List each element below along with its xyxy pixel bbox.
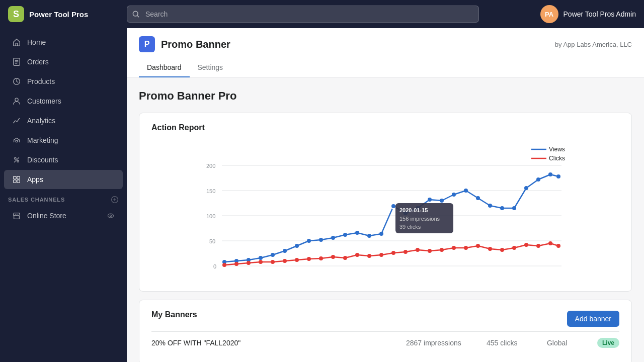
sidebar-item-products-label: Products bbox=[27, 77, 55, 85]
sidebar-item-home[interactable]: Home bbox=[4, 33, 123, 52]
svg-text:10: 10 bbox=[453, 270, 459, 271]
svg-point-101 bbox=[452, 246, 456, 250]
svg-text:156 impressions: 156 impressions bbox=[399, 216, 440, 222]
search-input[interactable] bbox=[127, 6, 479, 23]
main-content: P Promo Banner by App Labs America, LLC … bbox=[127, 28, 644, 362]
svg-text:5: 5 bbox=[513, 270, 516, 271]
svg-point-94 bbox=[367, 254, 371, 258]
svg-point-87 bbox=[283, 259, 287, 263]
svg-text:8: 8 bbox=[476, 270, 479, 271]
svg-point-66 bbox=[379, 232, 383, 236]
svg-text:13: 13 bbox=[417, 270, 423, 271]
svg-text:18: 18 bbox=[356, 270, 362, 271]
svg-point-6 bbox=[17, 160, 19, 162]
svg-point-90 bbox=[319, 256, 323, 260]
svg-text:150: 150 bbox=[206, 188, 215, 194]
svg-point-98 bbox=[416, 248, 420, 252]
sidebar-item-analytics[interactable]: Analytics bbox=[4, 111, 123, 130]
svg-text:9: 9 bbox=[464, 270, 467, 271]
svg-rect-8 bbox=[17, 176, 20, 179]
svg-point-91 bbox=[331, 255, 335, 259]
app-title: Promo Banner bbox=[161, 39, 230, 50]
analytics-icon bbox=[12, 116, 21, 125]
svg-point-3 bbox=[15, 98, 18, 101]
sidebar-item-customers[interactable]: Customers bbox=[4, 92, 123, 111]
svg-point-102 bbox=[464, 246, 468, 250]
svg-text:17: 17 bbox=[368, 270, 374, 271]
banner-row: 20% OFF WITH "FALL2020" 2867 impressions… bbox=[151, 331, 619, 354]
svg-text:4: 4 bbox=[525, 270, 528, 271]
svg-point-106 bbox=[512, 246, 516, 250]
svg-text:100: 100 bbox=[206, 213, 215, 219]
svg-point-74 bbox=[476, 196, 480, 200]
svg-point-76 bbox=[500, 206, 504, 210]
svg-point-84 bbox=[247, 261, 251, 265]
sidebar-item-marketing[interactable]: Marketing bbox=[4, 131, 123, 150]
svg-text:6: 6 bbox=[501, 270, 504, 271]
svg-text:22: 22 bbox=[308, 270, 314, 271]
svg-point-61 bbox=[319, 238, 323, 242]
svg-text:27: 27 bbox=[248, 270, 254, 271]
svg-text:24: 24 bbox=[284, 270, 290, 271]
sidebar-item-apps[interactable]: Apps bbox=[4, 170, 123, 189]
store-icon bbox=[12, 211, 21, 220]
svg-point-56 bbox=[259, 256, 263, 260]
svg-point-108 bbox=[536, 244, 540, 248]
svg-point-58 bbox=[283, 249, 287, 253]
svg-text:Views: Views bbox=[549, 146, 565, 153]
sidebar-item-apps-label: Apps bbox=[27, 175, 43, 184]
tab-dashboard[interactable]: Dashboard bbox=[139, 58, 190, 77]
svg-text:16: 16 bbox=[380, 270, 386, 271]
svg-point-96 bbox=[391, 251, 395, 255]
banners-section-title: My Banners bbox=[151, 310, 197, 319]
orders-icon bbox=[12, 57, 21, 66]
svg-text:25: 25 bbox=[272, 270, 278, 271]
svg-text:19: 19 bbox=[344, 270, 350, 271]
brand-name: Power Tool Pros bbox=[29, 10, 88, 19]
svg-point-81 bbox=[556, 174, 560, 178]
sidebar-item-analytics-label: Analytics bbox=[27, 117, 55, 125]
marketing-icon bbox=[12, 136, 21, 145]
svg-point-77 bbox=[512, 206, 516, 210]
svg-rect-10 bbox=[17, 180, 20, 183]
sidebar-item-orders[interactable]: Orders bbox=[4, 52, 123, 71]
svg-point-78 bbox=[524, 186, 528, 190]
svg-point-80 bbox=[548, 172, 552, 176]
sidebar-item-online-store[interactable]: Online Store bbox=[4, 206, 123, 225]
svg-text:26: 26 bbox=[260, 270, 266, 271]
svg-rect-9 bbox=[14, 180, 16, 183]
svg-point-72 bbox=[452, 193, 456, 197]
svg-point-107 bbox=[524, 243, 528, 247]
svg-point-75 bbox=[488, 204, 492, 208]
sidebar-item-discounts[interactable]: Discounts bbox=[4, 150, 123, 169]
svg-point-67 bbox=[391, 204, 396, 209]
chart-container: 0 50 100 150 200 29 28 bbox=[151, 140, 619, 281]
app-publisher: by App Labs America, LLC bbox=[555, 41, 632, 48]
svg-text:29: 29 bbox=[223, 270, 229, 271]
svg-text:7: 7 bbox=[489, 270, 492, 271]
svg-point-64 bbox=[355, 231, 359, 235]
sidebar-item-products[interactable]: Products bbox=[4, 72, 123, 91]
svg-point-73 bbox=[464, 189, 468, 193]
sidebar: Home Orders Products Customers bbox=[0, 28, 127, 362]
svg-point-100 bbox=[440, 248, 444, 252]
add-banner-button[interactable]: Add banner bbox=[567, 311, 619, 327]
search-icon bbox=[132, 10, 140, 18]
search-bar bbox=[127, 6, 479, 23]
svg-text:12: 12 bbox=[429, 270, 435, 271]
tab-settings[interactable]: Settings bbox=[190, 58, 231, 77]
username: Power Tool Pros Admin bbox=[564, 10, 636, 18]
apps-icon bbox=[12, 175, 21, 184]
banner-impressions: 2867 impressions bbox=[406, 339, 476, 347]
svg-rect-4 bbox=[16, 140, 18, 142]
chart-svg: 0 50 100 150 200 29 28 bbox=[151, 140, 619, 271]
customers-icon bbox=[12, 97, 21, 106]
svg-point-71 bbox=[440, 199, 444, 203]
action-report-title: Action Report bbox=[151, 123, 619, 132]
add-sales-channel-icon[interactable] bbox=[111, 196, 119, 204]
action-report-card: Action Report 0 50 100 150 200 bbox=[139, 113, 632, 292]
svg-point-93 bbox=[355, 253, 359, 257]
page-title: Promo Banner Pro bbox=[139, 89, 632, 103]
svg-text:2020-01-15: 2020-01-15 bbox=[399, 207, 428, 213]
eye-icon bbox=[107, 212, 115, 220]
